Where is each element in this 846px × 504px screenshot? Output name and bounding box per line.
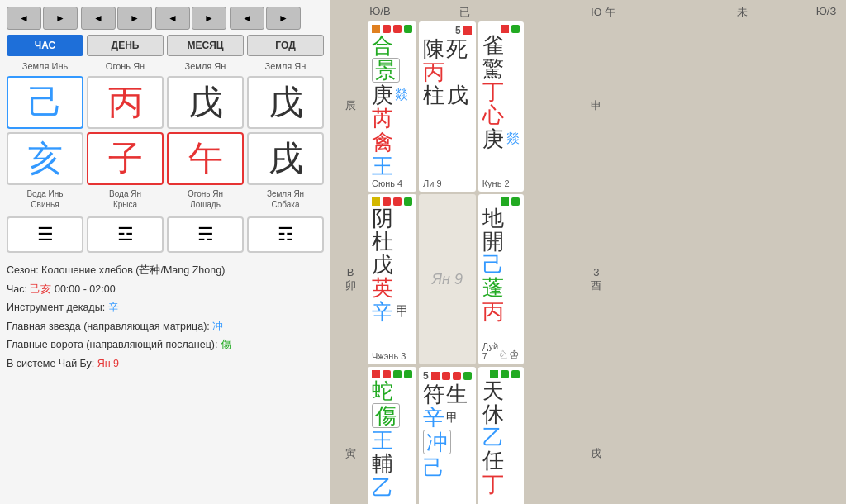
stem-char-1[interactable]: 己 [7,76,83,129]
cell-1-dots [372,25,412,33]
char-jing2: 驚 [482,58,504,79]
cell-kan-1[interactable]: 5 符 生 辛 甲 冲 己 [419,367,476,504]
period-row: ЧАС ДЕНЬ МЕСЯЦ ГОД [7,35,324,56]
gate-info: Главные ворота (направляющий посланец): … [7,335,324,354]
char-di: 地 [482,207,504,229]
period-day[interactable]: ДЕНЬ [87,35,164,56]
cell-9-dots [482,370,520,378]
dot-red-1 [383,25,391,33]
char-she: 蛇 [372,380,393,402]
nav-prev-2[interactable]: ◄ [81,7,116,30]
dot-green-7 [463,372,472,380]
left-label-chen: 辰 [345,98,356,113]
hexagram-1[interactable]: ☰ [7,216,83,253]
cell-9-row1: 天 休 乙 [482,380,520,448]
nav-prev-4[interactable]: ◄ [230,7,264,30]
char-xin2: 心 [482,104,504,126]
dot-green-2 [511,25,520,33]
right-label-you: 3酉 [591,266,601,293]
char-jia-small-2: 甲 [446,411,458,423]
season-info: Сезон: Колошение хлебов (芒种/Mang Zhong) [7,261,324,280]
char-fu2: 符 [423,383,444,405]
hexagram-4[interactable]: ☶ [247,216,324,253]
dot-green-6 [404,370,412,378]
char-peng: 蓬 [482,277,504,298]
decade-info: Инструмент декады: 辛 [7,298,324,317]
cell-center: Ян 9 [419,194,476,364]
char-yan-small: 燚 [395,88,408,102]
char-chen: 陳 [423,38,444,59]
cell-1-name: Сюнь 4 [372,178,402,188]
cell-8-row1: 符 生 辛 甲 [423,383,472,428]
char-geng: 庚 [372,84,393,106]
branch-label-4: Земля ЯнСобака [247,188,324,210]
cell-zhen-3[interactable]: 阴 杜 戊 英 辛 甲 Чжэнь 3 [368,194,416,364]
cell-8-row2: 冲 己 [423,430,472,478]
char-ji3: 己 [423,457,444,478]
char-wu: 戊 [447,84,468,106]
cell-qian-6[interactable]: 天 休 乙 任 丁 Цянь 6 ♔ [478,367,524,504]
hexagram-3[interactable]: ☴ [167,216,244,253]
nav-prev-3[interactable]: ◄ [155,7,190,30]
cell-gen-8[interactable]: 蛇 傷 王 輔 乙 Гэнь 8 ♘ [368,367,416,504]
branch-label-1: Вода ИньСвинья [7,188,83,210]
char-tian: 天 [482,380,504,402]
char-wu2: 戊 [372,254,393,275]
cell-6-bottom: Дуй 7 ♘♔ [482,341,520,361]
char-xin4: 辛 [423,407,444,428]
bagua-main: 辰 В卯 寅 合 景 庚 燚 [335,21,841,504]
stem-label-4: Земля Ян [247,59,324,73]
nav-prev-1[interactable]: ◄ [7,7,41,30]
stem-char-2[interactable]: 丙 [87,76,164,129]
cell-3-row1: 雀 驚 丁 [482,35,520,102]
center-yan-text: Ян 9 [432,263,463,297]
info-section: Сезон: Колошение хлебов (芒种/Mang Zhong) … [7,261,324,373]
cell-li-9[interactable]: 5 陳 死 丙 柱 戊 Ли 9 [419,21,476,192]
cell-xun-4[interactable]: 合 景 庚 燚 芮 禽 王 Сюнь 4 [368,21,416,192]
branch-char-3[interactable]: 午 [167,132,244,185]
dot-red-sq-2 [501,25,509,33]
dot-green-3 [404,197,412,206]
star-info: Главная звезда (направляющая матрица): 冲 [7,317,324,336]
right-label-shen: 申 [591,98,601,113]
nav-next-2[interactable]: ► [117,7,152,30]
cell-1-bottom: Сюнь 4 [372,178,412,188]
dot-green-8 [501,370,509,378]
top-direction-labels: Ю/В 已 Ю 午 未 Ю/З [335,5,841,20]
char-du: 杜 [372,231,393,252]
cell-8-number: 5 [423,370,429,382]
period-year[interactable]: ГОД [247,35,324,56]
char-jia-small: 甲 [396,305,409,318]
cell-1-row1: 合 景 庚 燚 [372,35,412,106]
branch-char-4[interactable]: 戌 [247,132,324,185]
stem-char-3[interactable]: 戊 [167,76,244,129]
cell-3-bottom: Кунь 2 [482,178,520,188]
cell-6-dots [482,197,520,206]
dot-green-sq-2 [490,370,498,378]
hexagram-2[interactable]: ☲ [87,216,164,253]
nav-next-3[interactable]: ► [192,7,226,30]
period-hour[interactable]: ЧАС [7,35,83,56]
cell-4-bottom: Чжэнь 3 [372,351,412,361]
branch-label-2: Вода ЯнКрыса [87,188,164,210]
cell-2-row2: 柱 戊 [423,84,472,106]
top-label-wei: 未 [673,5,811,20]
top-label-yub: Ю/В [365,5,395,20]
chaibu-info: В системе Чай Бу: Ян 9 [7,354,324,373]
cell-dui-7[interactable]: 地 開 己 蓬 丙 Дуй 7 ♘♔ [478,194,524,364]
nav-next-4[interactable]: ► [266,7,301,30]
nav-next-1[interactable]: ► [43,7,78,30]
char-fu: 輔 [372,453,393,474]
branch-char-2[interactable]: 子 [87,132,164,185]
period-month[interactable]: МЕСЯЦ [167,35,244,56]
earthly-branches: 亥 子 午 戌 [7,132,324,185]
dot-red-2 [393,25,402,33]
char-ding: 丁 [482,81,504,102]
char-que: 雀 [482,35,504,56]
branch-char-1[interactable]: 亥 [7,132,83,185]
stem-char-4[interactable]: 戊 [247,76,324,129]
cell-kun-2[interactable]: 雀 驚 丁 心 庚 燚 Кунь 2 [478,21,524,192]
dot-red-sq [463,26,472,35]
cell-6-row2: 蓬 丙 [482,277,520,322]
cell-2-bottom: Ли 9 [423,178,472,188]
